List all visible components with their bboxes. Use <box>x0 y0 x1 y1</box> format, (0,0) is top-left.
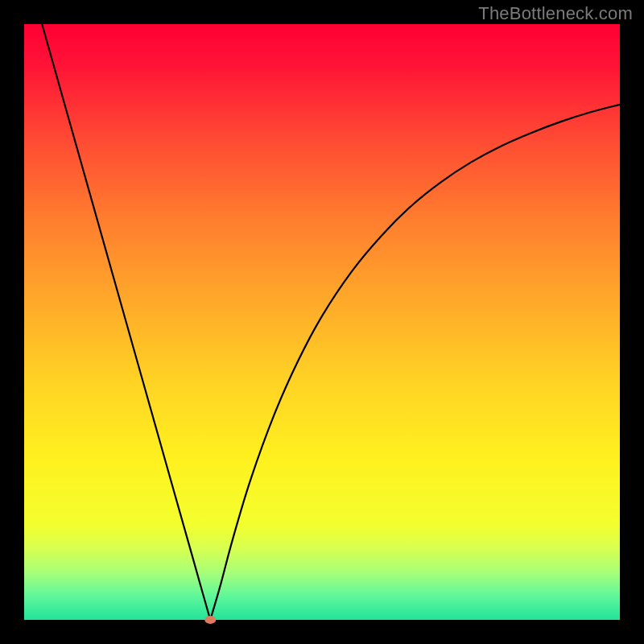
watermark-text: TheBottleneck.com <box>478 3 633 24</box>
chart-container: TheBottleneck.com <box>0 0 644 644</box>
plot-background <box>24 24 620 620</box>
bottleneck-chart <box>0 0 644 644</box>
bottleneck-marker <box>204 616 216 624</box>
